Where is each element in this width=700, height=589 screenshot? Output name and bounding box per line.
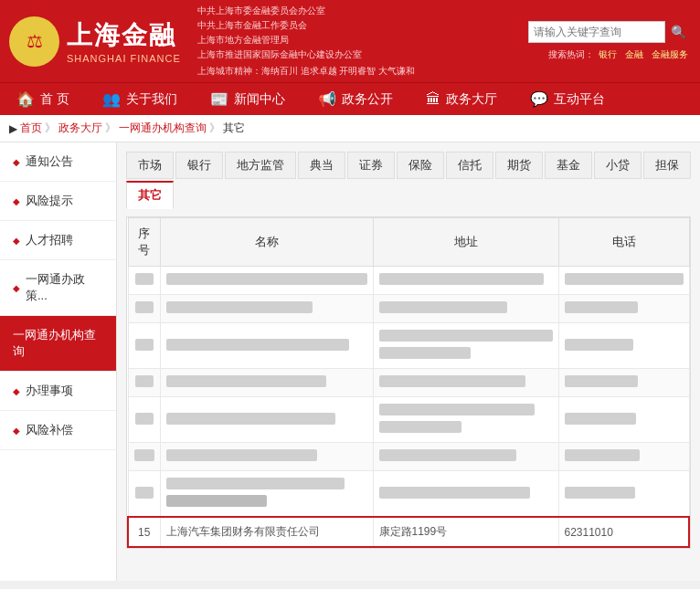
org-line-2: 中共上海市金融工作委员会 [197, 19, 510, 32]
bullet-icon: ◆ [13, 283, 20, 293]
row-name [160, 323, 373, 369]
table-row[interactable] [128, 397, 689, 443]
highlighted-address: 康定路1199号 [373, 517, 558, 547]
nav-gov-hall-label: 政务大厅 [446, 91, 497, 108]
sidebar-item-notice[interactable]: ◆ 通知公告 [0, 142, 116, 182]
interact-icon: 💬 [530, 90, 548, 108]
row-addr [373, 369, 558, 397]
blurred-phone [565, 339, 633, 351]
row-phone [558, 267, 689, 295]
highlighted-phone: 62311010 [558, 517, 689, 547]
sidebar: ◆ 通知公告 ◆ 风险提示 ◆ 人才招聘 ◆ 一网通办政策... 一网通办机构查… [0, 142, 117, 581]
nav-about[interactable]: 👥 关于我们 [86, 83, 194, 115]
search-tag-bank[interactable]: 银行 [599, 49, 617, 59]
breadcrumb-sep-2: 》 [105, 121, 116, 136]
sidebar-item-risk-comp[interactable]: ◆ 风险补偿 [0, 411, 116, 450]
blurred-name [166, 413, 335, 425]
navbar: 🏠 首 页 👥 关于我们 📰 新闻中心 📢 政务公开 🏛 政务大厅 💬 互动平台 [0, 82, 700, 115]
breadcrumb-sep-1: 》 [45, 121, 56, 136]
nav-news[interactable]: 📰 新闻中心 [194, 83, 302, 115]
search-tag-label: 搜索热词： [548, 49, 594, 59]
nav-gov-open[interactable]: 📢 政务公开 [302, 83, 409, 115]
breadcrumb-home[interactable]: 首页 [20, 121, 42, 136]
bullet-icon: ◆ [13, 196, 20, 206]
breadcrumb-sep-3: 》 [209, 121, 220, 136]
tab-market[interactable]: 市场 [126, 152, 174, 179]
table-row[interactable] [128, 267, 689, 295]
row-addr [373, 267, 558, 295]
table-row-highlighted[interactable]: 15 上海汽车集团财务有限责任公司 康定路1199号 62311010 [128, 517, 689, 547]
search-tags-area: 搜索热词： 银行 金融 金融服务 [548, 48, 691, 61]
breadcrumb: ▶ 首页 》 政务大厅 》 一网通办机构查询 》 其它 [0, 115, 700, 142]
table-row[interactable] [128, 323, 689, 369]
search-tag-finance[interactable]: 金融 [625, 49, 643, 59]
nav-home[interactable]: 🏠 首 页 [0, 83, 86, 115]
blurred-addr2 [379, 347, 471, 359]
row-seq [128, 443, 160, 471]
breadcrumb-gov-hall[interactable]: 政务大厅 [58, 121, 102, 136]
col-seq: 序号 [128, 218, 160, 267]
row-name [160, 443, 373, 471]
logo-emblem: ⚖ [9, 16, 59, 67]
tab-trust[interactable]: 信托 [446, 152, 493, 179]
blurred-seq [135, 375, 154, 387]
breadcrumb-org-query[interactable]: 一网通办机构查询 [119, 121, 207, 136]
table-row[interactable] [128, 443, 689, 471]
sidebar-item-policy[interactable]: ◆ 一网通办政策... [0, 260, 116, 316]
row-phone [558, 471, 689, 518]
sidebar-item-org-query[interactable]: 一网通办机构查询 [0, 316, 116, 372]
tab-bank[interactable]: 银行 [175, 152, 223, 179]
blurred-seq [135, 301, 154, 313]
row-addr [373, 295, 558, 323]
bullet-icon: ◆ [13, 157, 20, 167]
blurred-phone [565, 273, 684, 285]
search-button[interactable]: 🔍 [665, 21, 691, 43]
org-table: 序号 名称 地址 电话 [127, 217, 690, 548]
blurred-phone [565, 487, 635, 499]
tab-guarantee[interactable]: 担保 [643, 152, 691, 179]
tab-others[interactable]: 其它 [126, 181, 174, 209]
tab-futures[interactable]: 期货 [495, 152, 543, 179]
search-input[interactable] [528, 21, 665, 43]
row-name [160, 471, 373, 518]
logo-chinese: 上海金融 [67, 18, 181, 53]
nav-gov-hall[interactable]: 🏛 政务大厅 [409, 83, 514, 115]
tab-pawn[interactable]: 典当 [298, 152, 345, 179]
blurred-name [166, 375, 326, 387]
row-addr [373, 471, 558, 518]
org-line-4: 上海市推进国家国际金融中心建设办公室 [197, 48, 510, 61]
tab-small-loan[interactable]: 小贷 [594, 152, 642, 179]
nav-interact-label: 互动平台 [554, 91, 605, 108]
sidebar-item-risk[interactable]: ◆ 风险提示 [0, 182, 116, 221]
row-seq [128, 267, 160, 295]
sidebar-item-handle[interactable]: ◆ 办理事项 [0, 372, 116, 411]
blurred-seq [135, 413, 154, 425]
row-name [160, 295, 373, 323]
tab-insurance[interactable]: 保险 [397, 152, 444, 179]
table-row[interactable] [128, 471, 689, 518]
row-seq [128, 295, 160, 323]
blurred-phone [565, 449, 640, 461]
blurred-addr [379, 449, 516, 461]
row-phone [558, 369, 689, 397]
nav-news-label: 新闻中心 [234, 91, 285, 108]
table-header-row: 序号 名称 地址 电话 [128, 218, 689, 267]
news-icon: 📰 [210, 90, 228, 108]
row-addr [373, 397, 558, 443]
search-box[interactable]: 🔍 [528, 21, 691, 43]
table-row[interactable] [128, 369, 689, 397]
tab-fund[interactable]: 基金 [545, 152, 592, 179]
sidebar-item-talent[interactable]: ◆ 人才招聘 [0, 221, 116, 260]
row-phone [558, 443, 689, 471]
search-tag-services[interactable]: 金融服务 [652, 49, 688, 59]
nav-interact[interactable]: 💬 互动平台 [514, 83, 621, 115]
logo-area: ⚖ 上海金融 SHANGHAI FINANCE [0, 0, 190, 82]
tab-local-reg[interactable]: 地方监管 [225, 152, 296, 179]
header-search-area: 🔍 搜索热词： 银行 金融 金融服务 [517, 0, 700, 82]
table-row[interactable] [128, 295, 689, 323]
about-icon: 👥 [102, 90, 121, 108]
home-icon: 🏠 [16, 90, 35, 108]
blurred-seq [135, 339, 154, 351]
blurred-seq [134, 449, 154, 461]
tab-securities[interactable]: 证券 [347, 152, 395, 179]
